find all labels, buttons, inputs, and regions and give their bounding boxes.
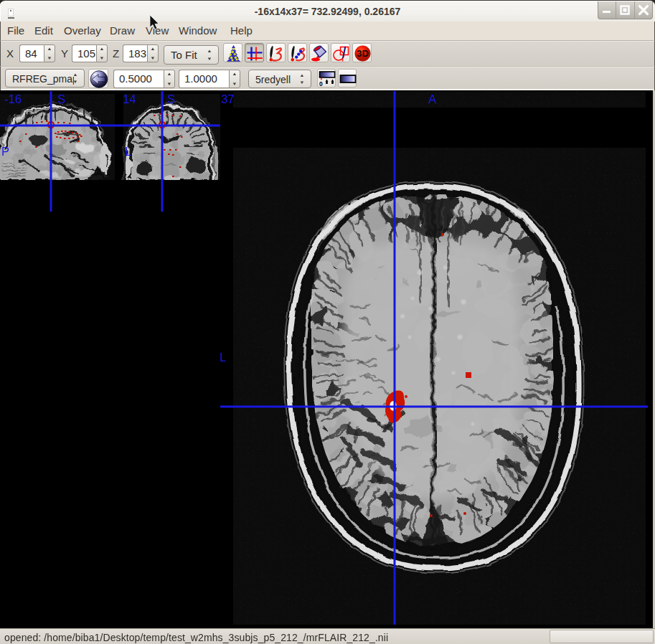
svg-text:A: A bbox=[428, 93, 436, 105]
svg-text:0: 0 bbox=[319, 80, 323, 87]
svg-text:L: L bbox=[220, 351, 226, 364]
svg-text:37: 37 bbox=[221, 93, 234, 105]
svg-text:3D: 3D bbox=[357, 48, 369, 59]
svg-text:14: 14 bbox=[123, 93, 136, 105]
svg-text:S: S bbox=[57, 93, 65, 105]
svg-text:P: P bbox=[1, 145, 9, 158]
svg-text:L: L bbox=[125, 145, 131, 158]
svg-text:S: S bbox=[167, 93, 175, 105]
svg-text:-16: -16 bbox=[4, 93, 22, 105]
